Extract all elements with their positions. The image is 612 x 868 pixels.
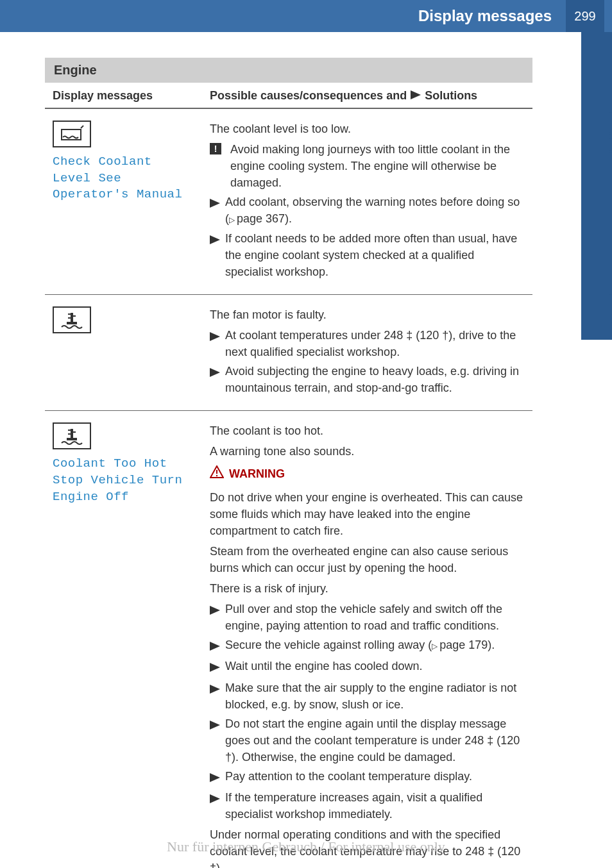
- svg-point-19: [216, 474, 217, 476]
- header-bar: Display messages 299: [0, 0, 612, 32]
- svg-marker-3: [210, 199, 220, 208]
- svg-marker-10: [210, 332, 220, 341]
- header-title: Display messages: [418, 7, 552, 25]
- warning-note: ! Avoid making long journeys with too li…: [210, 141, 525, 191]
- row-right: The fan motor is faulty. At coolant temp…: [210, 306, 525, 399]
- triangle-icon: [210, 660, 220, 676]
- step-item: Avoid subjecting the engine to heavy loa…: [210, 363, 525, 396]
- table-header-col2-a: Possible causes/consequences and: [210, 89, 407, 103]
- step-item: If coolant needs to be added more often …: [210, 230, 525, 280]
- coolant-level-icon: [53, 121, 91, 147]
- section-title: Engine: [45, 58, 532, 83]
- svg-rect-9: [67, 322, 77, 324]
- svg-marker-4: [210, 235, 220, 244]
- triangle-icon: [210, 196, 220, 212]
- svg-rect-5: [71, 313, 73, 322]
- coolant-temp-icon: [53, 306, 91, 333]
- svg-marker-11: [210, 368, 220, 377]
- coolant-temp-icon: [53, 422, 91, 449]
- step-item: Pull over and stop the vehicle safely an…: [210, 601, 525, 634]
- step-item: Secure the vehicle against rolling away …: [210, 637, 525, 655]
- warning-paragraph: Do not drive when your engine is overhea…: [210, 489, 525, 539]
- triangle-icon: [210, 770, 220, 787]
- svg-marker-26: [210, 794, 220, 803]
- svg-marker-25: [210, 773, 220, 782]
- display-message-text: Coolant Too Hot Stop Vehicle Turn Engine…: [53, 456, 210, 505]
- step-item: Add coolant, observing the warning notes…: [210, 194, 525, 227]
- warning-paragraph: There is a risk of injury.: [210, 580, 525, 597]
- triangle-icon: [210, 603, 220, 619]
- row-right: The coolant level is too low. ! Avoid ma…: [210, 121, 525, 283]
- footer-watermark: Nur für internen Gebrauch / For internal…: [0, 839, 612, 855]
- step-item: Make sure that the air supply to the eng…: [210, 680, 525, 713]
- triangle-icon: [210, 791, 220, 808]
- lead-text: A warning tone also sounds.: [210, 443, 525, 460]
- svg-marker-22: [210, 663, 220, 672]
- row-left: Check Coolant Level See Operator's Manua…: [53, 121, 210, 283]
- lead-text: The coolant level is too low.: [210, 121, 525, 137]
- step-item: At coolant temperatures under 248 ‡ (120…: [210, 327, 525, 360]
- table-row: Coolant Too Hot Stop Vehicle Turn Engine…: [45, 411, 532, 868]
- warning-triangle-icon: [210, 465, 224, 483]
- svg-marker-23: [210, 685, 220, 694]
- svg-rect-16: [67, 438, 77, 440]
- row-right: The coolant is too hot. A warning tone a…: [210, 422, 525, 868]
- lead-text: The coolant is too hot.: [210, 422, 525, 439]
- step-item: Wait until the engine has cooled down.: [210, 658, 525, 676]
- step-item: Pay attention to the coolant temperature…: [210, 768, 525, 787]
- triangle-icon: [210, 365, 220, 381]
- row-left: Coolant Too Hot Stop Vehicle Turn Engine…: [53, 422, 210, 868]
- triangle-icon: [210, 717, 220, 734]
- triangle-icon: [210, 638, 220, 655]
- svg-marker-21: [210, 642, 220, 651]
- exclamation-icon: !: [210, 143, 221, 154]
- triangle-icon: [210, 232, 220, 249]
- triangle-icon: [210, 681, 220, 698]
- display-message-text: Check Coolant Level See Operator's Manua…: [53, 154, 210, 203]
- warning-heading: WARNING: [210, 465, 525, 483]
- lead-text: The fan motor is faulty.: [210, 306, 525, 323]
- main-content: Engine Display messages Possible causes/…: [0, 32, 571, 868]
- table-header-col2-b: Solutions: [425, 89, 477, 103]
- table-row: Check Coolant Level See Operator's Manua…: [45, 109, 532, 295]
- svg-line-2: [81, 126, 83, 128]
- side-tab-label: On-board computer and displays: [607, 83, 612, 324]
- triangle-icon: [411, 89, 421, 103]
- row-left: [53, 306, 210, 399]
- table-header: Display messages Possible causes/consequ…: [45, 83, 532, 109]
- step-item: If the temperature increases again, visi…: [210, 789, 525, 822]
- page-number: 299: [566, 0, 604, 32]
- table-header-col1: Display messages: [53, 89, 210, 103]
- table-header-col2: Possible causes/consequences and Solutio…: [210, 89, 477, 103]
- svg-marker-0: [411, 90, 421, 99]
- table-row: The fan motor is faulty. At coolant temp…: [45, 295, 532, 411]
- svg-rect-12: [71, 429, 73, 438]
- warning-paragraph: Steam from the overheated engine can als…: [210, 543, 525, 576]
- triangle-icon: [210, 329, 220, 346]
- svg-marker-24: [210, 721, 220, 730]
- svg-marker-20: [210, 606, 220, 615]
- step-item: Do not start the engine again until the …: [210, 715, 525, 765]
